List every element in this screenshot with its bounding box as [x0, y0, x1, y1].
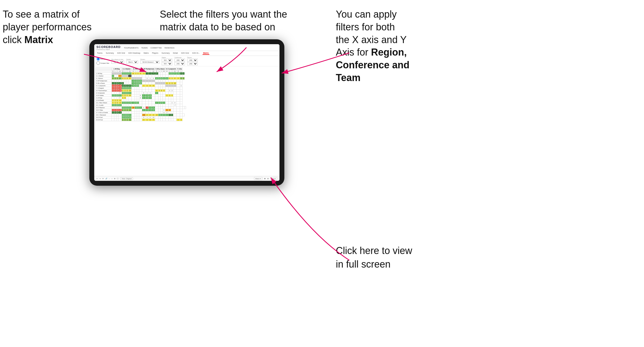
- sub-empty: [96, 70, 112, 72]
- filter-gender: Gender Men's: [126, 59, 138, 64]
- toolbar-zoom-in[interactable]: +: [112, 178, 113, 179]
- table-row: 19. D Ford 230-20 01013: [96, 116, 186, 119]
- matrix-container[interactable]: 1. W Ding 2. L Clanton 3. J Koivun 4. M …: [94, 66, 279, 176]
- toolbar-settings[interactable]: ⚙: [114, 178, 115, 179]
- division-select[interactable]: NCAA Division I: [140, 60, 160, 64]
- main-nav: TOURNAMENTS TEAMS COMMITTEE RANKINGS: [124, 47, 174, 49]
- region-select-x[interactable]: N/A: [162, 59, 172, 62]
- table-row: 11. M Ege 0 10 0 104: [96, 97, 186, 99]
- col-header-3: 3. J Koivun: [132, 68, 142, 70]
- table-row: 20. M Ford 331-11 0107 11: [96, 119, 186, 121]
- region-select-y[interactable]: N/A: [162, 62, 172, 65]
- tab-h2h-heatmap[interactable]: H2H Heatmap: [128, 52, 141, 55]
- full-view-option[interactable]: Full View: [96, 57, 109, 61]
- tablet-device: SCOREBOARD Powered by clippd TOURNAMENTS…: [89, 39, 284, 186]
- max-players-select[interactable]: Top 25: [111, 60, 124, 64]
- filter-row: Full View Compact View Max players in vi…: [94, 56, 279, 66]
- toolbar-link[interactable]: 🔗: [105, 178, 107, 179]
- nav-rankings[interactable]: RANKINGS: [165, 47, 175, 49]
- table-row: 9. N Gabrelcik 0 0009 011 1: [96, 92, 186, 94]
- toolbar-refresh[interactable]: ⟳: [102, 178, 104, 179]
- table-row: 1. W Ding 1120 11 110-2 12017 01013 02: [96, 72, 186, 75]
- scoreboard-header: SCOREBOARD Powered by clippd TOURNAMENTS…: [94, 44, 279, 51]
- table-row: 15. P Maichon 1110 -19 4110 -7 22: [96, 107, 186, 109]
- toolbar-view-original[interactable]: View: Original: [120, 177, 133, 180]
- col-header-6: 6. C Lamprecht: [165, 68, 177, 70]
- tab-detail[interactable]: Detail: [172, 52, 178, 55]
- col-header-7: 7. G Sa: [177, 68, 183, 70]
- annotation-bottom-right: Click here to view in full screen: [336, 244, 412, 271]
- toolbar-watch[interactable]: Watch ▾: [254, 177, 262, 180]
- table-row: 3. J Koivun 1102 0102 010 13 04011 0103 …: [96, 77, 186, 80]
- table-row: 16. K Vilips 310-25 2204 3308 0 51: [96, 109, 186, 111]
- filter-region: Region N/A N/A: [162, 57, 172, 65]
- app-logo: SCOREBOARD Powered by clippd: [96, 45, 121, 50]
- conference-select-x[interactable]: (All): [174, 59, 185, 62]
- gender-select[interactable]: Men's: [126, 60, 138, 64]
- table-row: 13. J Skov Olesen 110-3 121-19 101 220-1…: [96, 102, 186, 104]
- tab-summary[interactable]: Summary: [105, 52, 115, 55]
- toolbar-share[interactable]: Share: [270, 177, 277, 180]
- table-row: 5. M La Sasso 10015 6 11014 01014: [96, 82, 186, 85]
- toolbar-redo[interactable]: ↪: [99, 178, 101, 179]
- table-row: 10. B Valdes 1110 10110 0 1011 111: [96, 94, 186, 97]
- tab-summary2[interactable]: Summary: [161, 52, 170, 55]
- filter-max-players: Max players in view Top 25: [111, 59, 124, 64]
- table-row: 17. S De La Fuente 200-8 0 2: [96, 111, 186, 114]
- col-header-4: 4. M Thorbjornsen: [142, 68, 155, 70]
- compact-view-option[interactable]: Compact View: [96, 61, 109, 65]
- table-row: 14. J Lundin 11010 -7: [96, 104, 186, 107]
- tab-matrix-players[interactable]: Matrix: [143, 52, 149, 55]
- toolbar-grid[interactable]: ⊞: [267, 178, 269, 179]
- matrix-table: 1. W Ding 2. L Clanton 3. J Koivun 4. M …: [95, 68, 186, 121]
- tab-teams[interactable]: Teams: [96, 52, 103, 55]
- tab-matrix[interactable]: Matrix: [203, 52, 209, 55]
- tab-players[interactable]: Players: [151, 52, 159, 55]
- table-row: 2. L Clanton 20 -16: [96, 75, 186, 77]
- tab-row: Teams Summary H2H Grid H2H Heatmap Matri…: [94, 51, 279, 56]
- players-select-x[interactable]: (All): [187, 59, 198, 62]
- toolbar-screen[interactable]: 🖥: [264, 178, 266, 179]
- sub-w1: W: [112, 70, 114, 72]
- col-header-2: 2. L Clanton: [122, 68, 132, 70]
- nav-tournaments[interactable]: TOURNAMENTS: [124, 47, 138, 49]
- toolbar-undo[interactable]: ↩: [96, 178, 98, 179]
- filter-conference: Conference (All) (All): [174, 57, 185, 65]
- annotation-top-left: To see a matrix of player performances c…: [3, 8, 92, 46]
- table-row: 4. M Thorbjornsen 01013: [96, 80, 186, 82]
- table-row: 6. C Lamprecht 300-16 24124 305 1106 1: [96, 85, 186, 87]
- annotation-top-center: Select the filters you want the matrix d…: [160, 8, 287, 34]
- table-row: 12. M Riedel 110-6: [96, 99, 186, 102]
- tab-h2h-grid2[interactable]: H2H Grid: [180, 52, 189, 55]
- filter-division: Division NCAA Division I: [140, 59, 160, 64]
- toolbar-fullscreen[interactable]: ⛶: [117, 178, 119, 179]
- table-row: 7. G Sargent 200-16 220-15: [96, 87, 186, 89]
- annotation-top-right: You can apply filters for both the X axi…: [336, 8, 409, 84]
- nav-teams[interactable]: TEAMS: [141, 47, 148, 49]
- toolbar-zoom-out[interactable]: −: [109, 178, 110, 179]
- tab-h2h-grid[interactable]: H2H Grid: [117, 52, 126, 55]
- tablet-screen: SCOREBOARD Powered by clippd TOURNAMENTS…: [94, 44, 279, 181]
- col-header-5: 5. M La Sasso: [155, 68, 165, 70]
- tab-h2h-hi[interactable]: H2H Hi...: [192, 52, 200, 55]
- players-select-y[interactable]: (All): [187, 62, 198, 65]
- table-row: 18. C Sherwood 1300 -15 220-10 0101 45: [96, 114, 186, 116]
- col-header-empty: [96, 68, 112, 70]
- filter-players: Players (All) (All): [187, 57, 198, 65]
- nav-committee[interactable]: COMMITTEE: [151, 47, 162, 49]
- conference-select-y[interactable]: (All): [174, 62, 185, 65]
- bottom-toolbar: ↩ ↪ ⟳ 🔗 − + ⚙ ⛶ View: Original Watch ▾ 🖥…: [94, 176, 279, 181]
- col-header-1: 1. W Ding: [112, 68, 122, 70]
- view-options: Full View Compact View: [96, 57, 109, 65]
- table-row: 8. P Summerhays 512-48 220-16 0101 12: [96, 89, 186, 92]
